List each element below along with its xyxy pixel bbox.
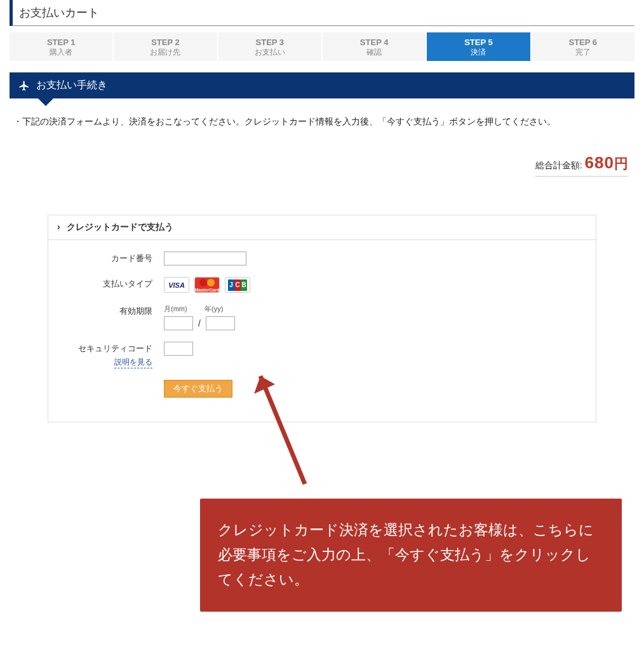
total-row: 総合計金額: 680円 — [10, 153, 634, 177]
step-label: 確認 — [323, 48, 426, 57]
step-3: STEP 3 お支払い — [218, 32, 321, 61]
step-num: STEP 3 — [218, 37, 321, 48]
step-label: 購入者 — [10, 48, 112, 57]
panel-header: › クレジットカードで支払う — [48, 215, 596, 240]
expiry-slash: / — [198, 318, 201, 328]
card-number-input[interactable] — [164, 252, 246, 265]
month-hint: 月(mm) — [164, 304, 193, 314]
security-code-help-link[interactable]: 説明を見る — [114, 357, 152, 368]
step-5: STEP 5 決済 — [427, 32, 530, 61]
credit-card-panel: › クレジットカードで支払う カード番号 支払いタイプ VISA MasterC… — [48, 215, 596, 422]
total-currency: 円 — [614, 156, 628, 171]
step-1: STEP 1 購入者 — [10, 32, 112, 61]
panel-title: クレジットカードで支払う — [67, 222, 173, 232]
instruction-callout: クレジットカード決済を選択されたお客様は、こちらに必要事項をご入力の上、「今すぐ… — [200, 499, 622, 611]
total-amount: 680 — [585, 153, 614, 172]
step-num: STEP 6 — [532, 37, 634, 48]
step-num: STEP 1 — [10, 37, 112, 48]
mastercard-icon: MasterCard — [194, 277, 220, 293]
step-num: STEP 4 — [323, 37, 426, 48]
step-label: 決済 — [427, 48, 530, 57]
chevron-right-icon: › — [57, 222, 60, 232]
year-hint: 年(yy) — [205, 304, 234, 314]
step-label: お届け先 — [114, 48, 217, 57]
section-title: お支払い手続き — [36, 79, 107, 92]
step-2: STEP 2 お届け先 — [114, 32, 217, 61]
step-num: STEP 5 — [427, 37, 530, 48]
section-header: お支払い手続き — [10, 72, 634, 98]
expiry-label: 有効期限 — [57, 304, 152, 317]
page-title: お支払いカート — [10, 0, 634, 26]
svg-line-0 — [260, 376, 305, 484]
instruction-item: 下記の決済フォームより、決済をおこなってください。クレジットカード情報を入力後、… — [13, 116, 634, 128]
card-number-label: カード番号 — [57, 252, 152, 264]
expiry-year-input[interactable] — [206, 316, 235, 330]
step-4: STEP 4 確認 — [323, 32, 426, 61]
security-code-input[interactable] — [164, 342, 193, 356]
pay-type-label: 支払いタイプ — [57, 277, 152, 290]
checkout-steps: STEP 1 購入者 STEP 2 お届け先 STEP 3 お支払い STEP … — [10, 32, 634, 61]
pay-now-button[interactable]: 今すぐ支払う — [164, 380, 232, 398]
step-label: お支払い — [218, 48, 321, 57]
step-label: 完了 — [532, 48, 634, 57]
security-code-label: セキュリティコード 説明を見る — [57, 342, 152, 368]
step-num: STEP 2 — [114, 37, 217, 48]
airplane-icon — [18, 80, 30, 91]
total-label: 総合計金額: — [535, 160, 582, 170]
visa-icon: VISA — [164, 277, 189, 293]
expiry-month-input[interactable] — [164, 316, 193, 330]
callout-arrow-icon — [248, 363, 318, 490]
step-6: STEP 6 完了 — [532, 32, 634, 61]
instruction-list: 下記の決済フォームより、決済をおこなってください。クレジットカード情報を入力後、… — [13, 116, 634, 128]
jcb-icon: JCB — [225, 277, 250, 293]
